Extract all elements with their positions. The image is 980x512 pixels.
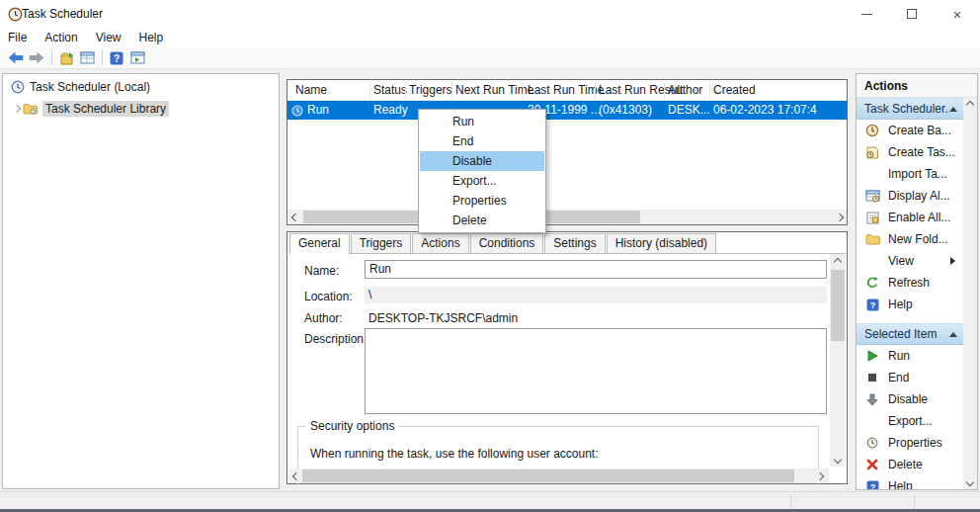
- tab-triggers[interactable]: Triggers: [351, 233, 412, 253]
- tab-general[interactable]: General: [289, 233, 350, 254]
- minimize-button[interactable]: [844, 0, 889, 28]
- context-menu-item-run[interactable]: Run: [420, 112, 544, 131]
- column-header-last-run-time[interactable]: Last Run Time: [528, 80, 604, 101]
- scroll-up-icon[interactable]: [830, 254, 846, 269]
- end-icon: [864, 373, 880, 383]
- show-console-tree-button[interactable]: [56, 49, 76, 67]
- show-action-pane-button[interactable]: [127, 49, 147, 67]
- action-help-selected[interactable]: ? Help: [857, 475, 963, 489]
- help-icon: ?: [864, 480, 880, 490]
- maximize-button[interactable]: [889, 0, 935, 28]
- scroll-left-icon[interactable]: [287, 210, 302, 224]
- scrollbar-thumb[interactable]: [831, 270, 845, 341]
- scroll-right-icon[interactable]: [812, 469, 827, 483]
- expander-chevron-icon[interactable]: [11, 106, 23, 112]
- action-import-task[interactable]: Import Ta...: [857, 163, 963, 185]
- action-properties[interactable]: Properties: [857, 432, 963, 454]
- table-row[interactable]: Run Ready 30-11-1999 ... (0x41303) DESK.…: [287, 101, 847, 120]
- action-label: Refresh: [888, 276, 930, 290]
- properties-icon: [864, 437, 880, 449]
- action-create-task[interactable]: Create Tas...: [857, 141, 963, 163]
- scroll-up-icon[interactable]: [963, 98, 977, 112]
- section-header-task-scheduler[interactable]: Task Scheduler...: [857, 98, 963, 120]
- security-options-text: When running the task, use the following…: [310, 447, 599, 461]
- export-list-button[interactable]: [77, 49, 97, 67]
- tab-settings[interactable]: Settings: [544, 233, 605, 253]
- action-export[interactable]: Export...: [857, 410, 963, 432]
- actions-pane-scrollbar[interactable]: [963, 98, 977, 489]
- toolbar-separator: [102, 50, 103, 65]
- menu-view[interactable]: View: [96, 29, 131, 46]
- column-header-author[interactable]: Author: [668, 80, 702, 101]
- back-icon: [8, 51, 24, 64]
- menu-help[interactable]: Help: [139, 29, 174, 46]
- status-bar-divider: [914, 494, 915, 508]
- context-menu-item-properties[interactable]: Properties: [420, 191, 544, 211]
- description-field[interactable]: [365, 328, 827, 414]
- context-menu-item-export[interactable]: Export...: [420, 171, 544, 191]
- new-folder-icon: [864, 233, 880, 245]
- back-button[interactable]: [6, 49, 26, 67]
- scrollbar-thumb[interactable]: [302, 469, 794, 482]
- menu-file[interactable]: File: [8, 29, 37, 46]
- tree-item-task-scheduler-library[interactable]: Task Scheduler Library: [3, 100, 279, 118]
- action-enable-all-tasks-history[interactable]: Enable All...: [857, 207, 963, 228]
- column-header-name[interactable]: Name: [295, 80, 327, 101]
- action-run[interactable]: Run: [857, 345, 963, 367]
- delete-icon: [864, 459, 880, 470]
- action-refresh[interactable]: Refresh: [857, 272, 963, 294]
- security-options-label: Security options: [306, 419, 398, 433]
- details-horizontal-scrollbar[interactable]: [288, 469, 829, 483]
- column-header-created[interactable]: Created: [713, 80, 756, 101]
- tab-history[interactable]: History (disabled): [607, 233, 716, 253]
- clock-icon: [11, 80, 25, 94]
- action-delete[interactable]: Delete: [857, 454, 963, 475]
- name-label: Name:: [304, 264, 339, 278]
- collapse-icon[interactable]: [949, 332, 957, 337]
- help-icon: ?: [110, 51, 123, 65]
- column-header-status[interactable]: Status: [373, 80, 407, 101]
- author-label: Author:: [304, 311, 343, 325]
- action-label: Enable All...: [888, 211, 950, 224]
- cell-name: Run: [307, 101, 329, 120]
- scroll-right-icon[interactable]: [832, 210, 847, 224]
- tab-conditions[interactable]: Conditions: [470, 233, 544, 253]
- action-view[interactable]: View: [857, 250, 963, 272]
- forward-button[interactable]: [27, 49, 46, 67]
- menu-action[interactable]: Action: [44, 29, 87, 46]
- run-icon: [864, 350, 880, 362]
- location-value: \: [368, 288, 371, 301]
- scroll-down-icon[interactable]: [830, 452, 846, 467]
- app-clock-icon: [8, 7, 23, 22]
- collapse-icon[interactable]: [949, 107, 957, 112]
- maximize-icon: [907, 9, 917, 19]
- tree-item-task-scheduler-local[interactable]: Task Scheduler (Local): [3, 78, 279, 96]
- toolbar: ?: [0, 47, 980, 69]
- context-menu-item-disable[interactable]: Disable: [420, 151, 544, 171]
- details-vertical-scrollbar[interactable]: [830, 254, 846, 467]
- help-button[interactable]: ?: [107, 49, 126, 67]
- action-end[interactable]: End: [857, 367, 963, 388]
- close-button[interactable]: ×: [935, 0, 980, 28]
- column-header-triggers[interactable]: Triggers: [409, 80, 452, 101]
- action-new-folder[interactable]: New Fold...: [857, 228, 963, 250]
- action-create-basic-task[interactable]: Create Ba...: [857, 120, 963, 141]
- context-menu-item-end[interactable]: End: [420, 131, 544, 151]
- action-label: Help: [888, 298, 913, 311]
- task-list-horizontal-scrollbar[interactable]: [287, 210, 847, 224]
- scroll-left-icon[interactable]: [288, 469, 303, 483]
- action-label: Display Al...: [888, 189, 950, 203]
- scroll-down-icon[interactable]: [963, 475, 977, 489]
- context-menu-item-delete[interactable]: Delete: [420, 211, 544, 230]
- tab-actions[interactable]: Actions: [412, 233, 468, 253]
- svg-text:?: ?: [869, 300, 875, 310]
- action-help[interactable]: ? Help: [857, 294, 963, 315]
- action-disable[interactable]: Disable: [857, 388, 963, 410]
- action-display-all-tasks[interactable]: Display Al...: [857, 185, 963, 207]
- forward-icon: [29, 51, 44, 64]
- name-field[interactable]: Run: [365, 260, 827, 279]
- menu-bar: File Action View Help: [0, 28, 980, 47]
- cell-status: Ready: [373, 101, 408, 120]
- section-header-selected-item[interactable]: Selected Item: [857, 323, 963, 345]
- author-value: DESKTOP-TKJSRCF\admin: [368, 311, 518, 326]
